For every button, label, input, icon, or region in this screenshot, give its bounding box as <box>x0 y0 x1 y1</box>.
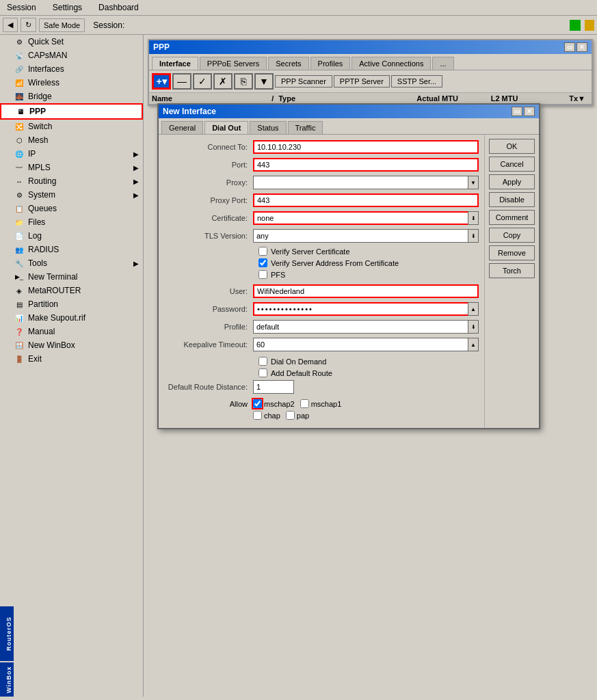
tab-dial-out[interactable]: Dial Out <box>204 121 248 134</box>
sstp-server-button[interactable]: SSTP Ser... <box>391 75 442 88</box>
sidebar-item-metarouter[interactable]: ◈ MetaROUTER <box>0 284 143 297</box>
allow-chap-checkbox[interactable] <box>253 411 262 420</box>
tab-general[interactable]: General <box>161 121 203 134</box>
sidebar-item-system[interactable]: ⚙ System ▶ <box>0 188 143 202</box>
sidebar-item-wireless[interactable]: 📶 Wireless <box>0 76 143 90</box>
password-input[interactable] <box>253 302 468 316</box>
ok-button[interactable]: OK <box>489 139 535 154</box>
sidebar-item-queues[interactable]: 📋 Queues <box>0 202 143 215</box>
sidebar-item-new-winbox[interactable]: 🪟 New WinBox <box>0 338 143 352</box>
add-button[interactable]: +▾ <box>152 73 171 90</box>
safe-mode-button[interactable]: Safe Mode <box>39 18 85 32</box>
verify-server-cert-checkbox[interactable] <box>258 247 267 256</box>
col-header-arrow[interactable]: ▼ <box>578 94 589 103</box>
dial-on-demand-checkbox[interactable] <box>258 357 267 366</box>
copy-button[interactable]: Copy <box>489 228 535 243</box>
allow-checkboxes: mschap2 mschap1 <box>253 399 341 408</box>
sidebar-item-ip[interactable]: 🌐 IP ▶ <box>0 147 143 161</box>
sidebar-item-quick-set[interactable]: ⚙ Quick Set <box>0 35 143 49</box>
new-interface-minimize[interactable]: ▭ <box>512 107 522 116</box>
pptp-server-button[interactable]: PPTP Server <box>334 75 390 88</box>
ppp-scanner-button[interactable]: PPP Scanner <box>275 75 332 88</box>
enable-button[interactable]: ✓ <box>193 73 212 90</box>
menu-dashboard[interactable]: Dashboard <box>94 1 143 14</box>
sidebar-item-switch[interactable]: 🔀 Switch <box>0 120 143 133</box>
sidebar-item-partition[interactable]: ▤ Partition <box>0 297 143 311</box>
sidebar-item-routing[interactable]: ↔ Routing ▶ <box>0 174 143 188</box>
sidebar-item-mpls[interactable]: 〰 MPLS ▶ <box>0 161 143 174</box>
copy-button[interactable]: ⎘ <box>234 73 253 90</box>
proxy-port-row: Proxy Port: <box>164 193 479 207</box>
sidebar-item-mesh[interactable]: ⬡ Mesh <box>0 133 143 147</box>
verify-server-addr-checkbox[interactable] <box>258 258 267 267</box>
allow-mschap2-checkbox[interactable] <box>253 399 262 408</box>
allow-mschap1-checkbox[interactable] <box>300 399 309 408</box>
password-input-container: ▲ <box>253 302 479 316</box>
tab-secrets[interactable]: Secrets <box>268 57 308 70</box>
tab-status[interactable]: Status <box>250 121 286 134</box>
sidebar-label-make-supout: Make Supout.rif <box>28 313 85 323</box>
certificate-input[interactable] <box>253 211 468 225</box>
remove-button[interactable]: — <box>172 73 191 90</box>
keepalive-input[interactable] <box>253 338 468 351</box>
sidebar-item-new-terminal[interactable]: ▶_ New Terminal <box>0 270 143 284</box>
ppp-minimize-btn[interactable]: ▭ <box>564 42 575 52</box>
tab-more[interactable]: ... <box>432 57 453 70</box>
pfs-checkbox[interactable] <box>258 270 267 279</box>
sidebar-item-ppp[interactable]: 🖥 PPP <box>0 103 143 120</box>
tab-pppoe-servers[interactable]: PPPoE Servers <box>200 57 267 70</box>
remove-button[interactable]: Remove <box>489 245 535 260</box>
disable-button[interactable]: ✗ <box>213 73 233 90</box>
allow-pap-checkbox[interactable] <box>286 411 295 420</box>
profile-dropdown-arrow[interactable]: ⬇ <box>468 320 479 334</box>
filter-button[interactable]: ▼ <box>254 73 274 90</box>
apply-button[interactable]: Apply <box>489 174 535 189</box>
sidebar-item-tools[interactable]: 🔧 Tools ▶ <box>0 256 143 270</box>
password-dropdown-arrow[interactable]: ▲ <box>468 302 479 316</box>
ppp-close-btn[interactable]: ✕ <box>576 42 587 52</box>
profile-input[interactable] <box>253 320 468 334</box>
port-label: Port: <box>164 161 253 169</box>
cancel-button[interactable]: Cancel <box>489 157 535 172</box>
tls-dropdown-arrow[interactable]: ⬇ <box>468 229 479 243</box>
sidebar-item-exit[interactable]: 🚪 Exit <box>0 352 143 366</box>
exit-icon: 🚪 <box>14 354 25 364</box>
add-default-route-checkbox[interactable] <box>258 368 267 377</box>
sidebar-item-capsman[interactable]: 📡 CAPsMAN <box>0 49 143 62</box>
tab-profiles[interactable]: Profiles <box>310 57 351 70</box>
sidebar-item-make-supout[interactable]: 📊 Make Supout.rif <box>0 311 143 325</box>
menu-session[interactable]: Session <box>3 1 40 14</box>
tab-active-connections[interactable]: Active Connections <box>351 57 431 70</box>
proxy-input[interactable] <box>253 176 468 189</box>
content-area: PPP ▭ ✕ Interface PPPoE Servers Secrets … <box>144 35 597 697</box>
user-input[interactable] <box>253 284 479 298</box>
sidebar-item-manual[interactable]: ❓ Manual <box>0 325 143 338</box>
proxy-port-input[interactable] <box>253 193 479 207</box>
disable-button[interactable]: Disable <box>489 192 535 207</box>
sidebar-item-files[interactable]: 📁 Files <box>0 215 143 229</box>
back-button[interactable]: ◀ <box>3 18 18 32</box>
connect-to-input[interactable] <box>253 140 479 154</box>
torch-button[interactable]: Torch <box>489 263 535 278</box>
allow-mschap2-label: mschap2 <box>264 400 295 408</box>
sidebar-item-radius[interactable]: 👥 RADIUS <box>0 243 143 256</box>
routing-icon: ↔ <box>14 176 25 186</box>
tls-version-input[interactable] <box>253 229 468 243</box>
sidebar-item-bridge[interactable]: 🌉 Bridge <box>0 90 143 103</box>
proxy-dropdown-arrow[interactable]: ▼ <box>468 176 479 189</box>
certificate-dropdown-arrow[interactable]: ⬇ <box>468 211 479 225</box>
menu-settings[interactable]: Settings <box>49 1 86 14</box>
comment-button[interactable]: Comment <box>489 210 535 225</box>
certificate-label: Certificate: <box>164 214 253 222</box>
new-interface-close[interactable]: ✕ <box>524 107 535 116</box>
forward-button[interactable]: ↻ <box>21 18 36 32</box>
sidebar-item-interfaces[interactable]: 🔗 Interfaces <box>0 62 143 76</box>
default-route-distance-input[interactable] <box>253 380 294 394</box>
verify-server-addr-row: Verify Server Address From Certificate <box>164 258 479 267</box>
tab-traffic[interactable]: Traffic <box>288 121 323 134</box>
tab-interface[interactable]: Interface <box>152 57 198 70</box>
keepalive-dropdown-arrow[interactable]: ▲ <box>468 338 479 351</box>
profile-input-container: ⬇ <box>253 320 479 334</box>
port-input[interactable] <box>253 158 479 172</box>
sidebar-item-log[interactable]: 📄 Log <box>0 229 143 243</box>
